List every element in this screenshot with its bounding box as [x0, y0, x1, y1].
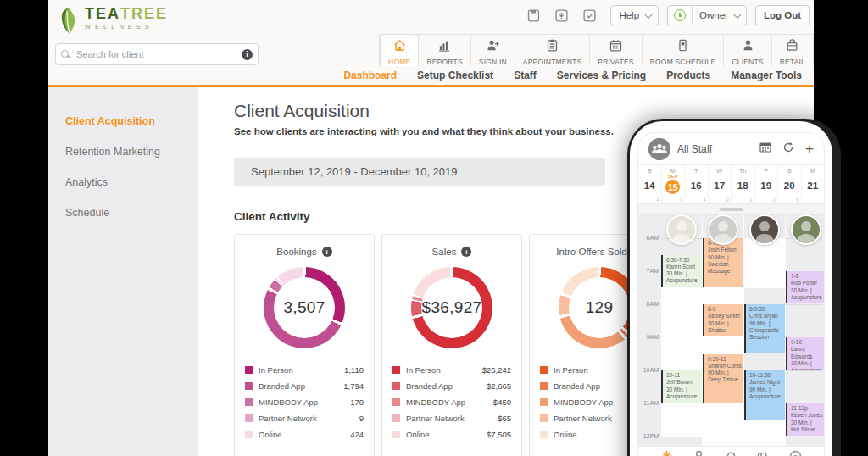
privates-icon: [609, 38, 623, 56]
week-day-19[interactable]: F 19 2: [755, 165, 779, 203]
sales-tab-icon[interactable]: $: [789, 450, 802, 456]
appointment-count: 2: [726, 197, 729, 203]
refresh-icon[interactable]: [782, 142, 794, 157]
sidebar-item-schedule[interactable]: Schedule: [48, 201, 198, 225]
legend-swatch: [245, 414, 253, 422]
staff-avatar[interactable]: [791, 214, 821, 245]
sidebar-item-client-acquisition[interactable]: Client Acquisition: [48, 109, 198, 133]
rooms-icon: [676, 38, 690, 56]
week-day-21[interactable]: M 21: [802, 165, 825, 203]
subnav-staff[interactable]: Staff: [504, 70, 547, 81]
appointment-karen-scott[interactable]: 6:30-7:30Karen Scott30 Min. |Acupuncture: [661, 255, 702, 287]
appointment-james-night[interactable]: 10-11:30James Night90 Min. |Acupuncture: [744, 370, 785, 420]
subnav-setup-checklist[interactable]: Setup Checklist: [407, 70, 504, 81]
week-day-16[interactable]: T 16 4: [685, 165, 709, 203]
clients-icon: [741, 38, 755, 56]
phone-header: All Staff +: [638, 133, 824, 165]
time-label: 12PM: [638, 433, 659, 439]
clients-tab-icon[interactable]: [693, 450, 705, 456]
time-label: 11AM: [638, 400, 659, 406]
appointment-laura-edwards[interactable]: 9-10Laura Edwards30 Min. |Acupressure: [786, 337, 825, 370]
legend-row: Online$7,505: [392, 426, 511, 442]
notifications-tab-icon[interactable]: [725, 450, 737, 456]
info-icon[interactable]: [461, 247, 471, 257]
legend-swatch: [540, 382, 548, 390]
appointment-sharon-curtis[interactable]: 9:30-11Sharon Curtis90 Min. |Deep Tissue: [703, 354, 743, 403]
legend-row: Online424: [245, 426, 364, 442]
services-tab-icon[interactable]: [757, 450, 770, 456]
legend-swatch: [392, 366, 400, 374]
logout-button[interactable]: Log Out: [755, 5, 810, 25]
tab-home[interactable]: HOME: [380, 34, 419, 66]
subnav-services-pricing[interactable]: Services & Pricing: [547, 70, 656, 81]
subnav-dashboard[interactable]: Dashboard: [333, 70, 407, 81]
schedule-grid-icon[interactable]: [760, 142, 771, 157]
card-sales: Sales $36,927 In Person$26,242Branded Ap…: [381, 234, 522, 456]
owner-menu[interactable]: Owner: [667, 5, 747, 25]
week-day-20[interactable]: S 20 5: [778, 165, 802, 203]
tab-appointments[interactable]: APPOINTMENTS: [515, 35, 590, 66]
staff-filter-label[interactable]: All Staff: [677, 143, 760, 155]
info-icon[interactable]: [322, 247, 332, 257]
brand-logo: TEATREE WELLNESS: [55, 6, 168, 36]
drag-handle[interactable]: [638, 204, 824, 215]
chevron-down-icon: [644, 10, 653, 19]
time-label: 7AM: [638, 268, 659, 274]
sidebar-item-analytics[interactable]: Analytics: [48, 170, 198, 194]
appointment-ashley-smith[interactable]: 8-9Ashley Smith30 Min. |Shiatsu: [703, 304, 743, 336]
phone-screen: All Staff + S 14 4M SEP 15 3T 16 4W 17: [637, 132, 825, 456]
time-label: 6AM: [638, 235, 659, 241]
legend-swatch: [540, 366, 548, 374]
week-day-15[interactable]: M SEP 15 3: [662, 165, 686, 203]
tab-sign-in[interactable]: SIGN IN: [471, 35, 515, 66]
search-info-icon[interactable]: [242, 49, 253, 60]
download-icon[interactable]: [554, 8, 569, 23]
help-button[interactable]: Help: [610, 5, 659, 25]
top-bar: TEATREE WELLNESS Help Owner Lo: [48, 0, 814, 87]
chart-total: $36,927: [421, 277, 482, 338]
retail-icon: [785, 38, 799, 56]
brand-tagline: WELLNESS: [85, 23, 168, 31]
week-strip: S 14 4M SEP 15 3T 16 4W 17 2Th 18 1F 19 …: [638, 165, 824, 204]
appointment-jeff-brown[interactable]: 10-11Jeff Brown30 Min. |Acupressure: [661, 370, 702, 403]
tab-room-schedule[interactable]: ROOM SCHEDULE: [643, 35, 725, 66]
home-icon: [392, 38, 407, 56]
search-input[interactable]: [75, 48, 242, 60]
legend-row: In Person$26,242: [392, 362, 511, 378]
legend-swatch: [245, 431, 253, 438]
sidebar-item-retention-marketing[interactable]: Retention Marketing: [48, 140, 198, 164]
chart-legend: In Person$26,242Branded App$2,665MINDBOD…: [392, 362, 511, 442]
subnav-manager-tools[interactable]: Manager Tools: [721, 70, 812, 81]
staff-avatar[interactable]: [749, 214, 780, 245]
tab-reports[interactable]: REPORTS: [419, 35, 470, 66]
tab-privates[interactable]: PRIVATES: [590, 35, 642, 66]
week-day-14[interactable]: S 14 4: [638, 165, 662, 203]
chart-total: 129: [569, 277, 630, 338]
chevron-down-icon: [733, 10, 742, 19]
appointment-count: 4: [703, 197, 705, 203]
appointment-rob-potter[interactable]: 7-8Rob Potter30 Min. |Acupuncture: [786, 271, 825, 303]
staff-avatar[interactable]: [666, 214, 697, 245]
client-search[interactable]: [55, 43, 259, 65]
legend-swatch: [245, 382, 253, 390]
appointment-josh-felton[interactable]: 6-7:30Josh Felton90 Min. |SwedishMassage: [703, 238, 743, 287]
appointment-chris-bryan[interactable]: 8-9:30Chris Bryan90 Min. |ChiropracticSe…: [744, 304, 785, 353]
appointment-count: 5: [796, 197, 798, 203]
tab-retail[interactable]: RETAIL: [772, 35, 814, 66]
appointment-keven-jones[interactable]: 11-12pKeven Jones30 Min. |Hot Stone: [786, 403, 825, 436]
sub-nav: DashboardSetup ChecklistStaffServices & …: [333, 66, 812, 85]
legend-swatch: [392, 414, 400, 422]
time-label: 8AM: [638, 301, 659, 307]
staff-avatar[interactable]: [708, 214, 738, 245]
add-appointment-icon[interactable]: +: [805, 143, 814, 155]
week-day-17[interactable]: W 17 2: [709, 165, 732, 203]
chart-legend: In Person1,110Branded App1,794MINDBODY A…: [245, 362, 364, 442]
clock-icon[interactable]: [668, 6, 693, 25]
subnav-products[interactable]: Products: [656, 70, 721, 81]
week-day-18[interactable]: Th 18 1: [732, 165, 755, 203]
tab-clients[interactable]: CLIENTS: [724, 35, 771, 66]
date-range-picker[interactable]: September 12, 2019 - December 10, 2019: [234, 158, 605, 186]
task-check-icon[interactable]: [582, 8, 597, 23]
device-icon[interactable]: [526, 8, 541, 23]
schedule-tab-icon[interactable]: [660, 450, 673, 456]
